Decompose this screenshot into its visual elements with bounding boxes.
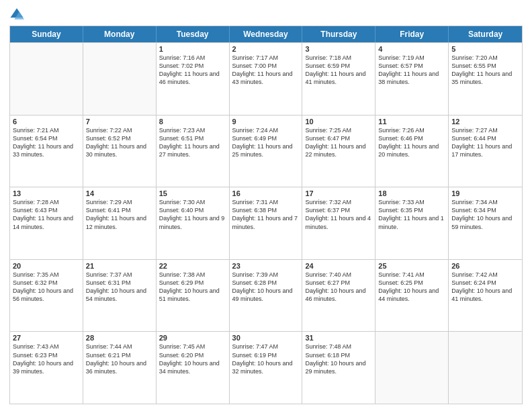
day-number: 18: [378, 189, 445, 197]
calendar-cell: 15Sunrise: 7:30 AMSunset: 6:40 PMDayligh…: [157, 187, 230, 259]
day-number: 17: [305, 189, 372, 197]
calendar-header-cell: Sunday: [10, 26, 83, 42]
day-info: Sunrise: 7:27 AMSunset: 6:44 PMDaylight:…: [451, 126, 519, 159]
calendar-cell: 29Sunrise: 7:45 AMSunset: 6:20 PMDayligh…: [157, 332, 230, 404]
calendar-week-row: 20Sunrise: 7:35 AMSunset: 6:32 PMDayligh…: [10, 259, 522, 332]
day-info: Sunrise: 7:38 AMSunset: 6:29 PMDaylight:…: [159, 271, 226, 304]
calendar-cell: 9Sunrise: 7:24 AMSunset: 6:49 PMDaylight…: [230, 116, 303, 187]
day-number: 22: [159, 262, 226, 270]
day-number: 13: [13, 189, 80, 197]
day-number: 30: [232, 334, 300, 342]
calendar-cell: [83, 43, 157, 115]
calendar-header-row: SundayMondayTuesdayWednesdayThursdayFrid…: [10, 26, 522, 42]
calendar-week-row: 1Sunrise: 7:16 AMSunset: 7:02 PMDaylight…: [10, 42, 522, 115]
day-number: 28: [86, 334, 153, 342]
calendar-cell: [449, 332, 522, 404]
calendar-header-cell: Monday: [83, 26, 157, 42]
calendar-header-cell: Friday: [375, 26, 449, 42]
day-number: 25: [378, 262, 445, 270]
page: SundayMondayTuesdayWednesdayThursdayFrid…: [0, 0, 532, 411]
day-number: 26: [451, 262, 519, 270]
day-number: 8: [159, 118, 226, 126]
day-number: 16: [232, 189, 300, 197]
calendar-cell: 14Sunrise: 7:29 AMSunset: 6:41 PMDayligh…: [83, 187, 157, 259]
day-info: Sunrise: 7:34 AMSunset: 6:34 PMDaylight:…: [451, 198, 519, 231]
calendar-header-cell: Tuesday: [157, 26, 230, 42]
calendar-cell: [375, 332, 449, 404]
calendar-cell: 20Sunrise: 7:35 AMSunset: 6:32 PMDayligh…: [10, 260, 83, 332]
logo: [9, 7, 26, 21]
day-info: Sunrise: 7:16 AMSunset: 7:02 PMDaylight:…: [159, 54, 226, 87]
day-info: Sunrise: 7:48 AMSunset: 6:18 PMDaylight:…: [305, 342, 372, 375]
day-number: 4: [378, 45, 445, 53]
calendar-cell: 16Sunrise: 7:31 AMSunset: 6:38 PMDayligh…: [230, 187, 303, 259]
day-info: Sunrise: 7:26 AMSunset: 6:46 PMDaylight:…: [378, 126, 445, 159]
calendar-cell: 21Sunrise: 7:37 AMSunset: 6:31 PMDayligh…: [83, 260, 157, 332]
calendar-header-cell: Wednesday: [230, 26, 303, 42]
calendar-cell: 19Sunrise: 7:34 AMSunset: 6:34 PMDayligh…: [449, 187, 522, 259]
calendar-cell: 28Sunrise: 7:44 AMSunset: 6:21 PMDayligh…: [83, 332, 157, 404]
calendar-cell: 7Sunrise: 7:22 AMSunset: 6:52 PMDaylight…: [83, 116, 157, 187]
calendar-cell: 25Sunrise: 7:41 AMSunset: 6:25 PMDayligh…: [375, 260, 449, 332]
day-number: 14: [86, 189, 153, 197]
calendar-cell: 22Sunrise: 7:38 AMSunset: 6:29 PMDayligh…: [157, 260, 230, 332]
calendar-cell: 4Sunrise: 7:19 AMSunset: 6:57 PMDaylight…: [375, 43, 449, 115]
day-info: Sunrise: 7:37 AMSunset: 6:31 PMDaylight:…: [86, 271, 153, 304]
calendar-cell: 18Sunrise: 7:33 AMSunset: 6:35 PMDayligh…: [375, 187, 449, 259]
day-number: 24: [305, 262, 372, 270]
day-info: Sunrise: 7:39 AMSunset: 6:28 PMDaylight:…: [232, 271, 300, 304]
day-number: 3: [305, 45, 372, 53]
day-info: Sunrise: 7:18 AMSunset: 6:59 PMDaylight:…: [305, 54, 372, 87]
day-info: Sunrise: 7:31 AMSunset: 6:38 PMDaylight:…: [232, 198, 300, 231]
day-number: 27: [13, 334, 80, 342]
day-number: 31: [305, 334, 372, 342]
day-number: 2: [232, 45, 300, 53]
calendar-week-row: 6Sunrise: 7:21 AMSunset: 6:54 PMDaylight…: [10, 115, 522, 187]
day-info: Sunrise: 7:47 AMSunset: 6:19 PMDaylight:…: [232, 342, 300, 375]
calendar-cell: 11Sunrise: 7:26 AMSunset: 6:46 PMDayligh…: [375, 116, 449, 187]
day-info: Sunrise: 7:45 AMSunset: 6:20 PMDaylight:…: [159, 342, 226, 375]
calendar-header-cell: Thursday: [302, 26, 375, 42]
day-info: Sunrise: 7:40 AMSunset: 6:27 PMDaylight:…: [305, 271, 372, 304]
calendar-cell: 2Sunrise: 7:17 AMSunset: 7:00 PMDaylight…: [230, 43, 303, 115]
calendar-cell: 6Sunrise: 7:21 AMSunset: 6:54 PMDaylight…: [10, 116, 83, 187]
calendar-header-cell: Saturday: [449, 26, 522, 42]
day-info: Sunrise: 7:23 AMSunset: 6:51 PMDaylight:…: [159, 126, 226, 159]
calendar-cell: 13Sunrise: 7:28 AMSunset: 6:43 PMDayligh…: [10, 187, 83, 259]
day-info: Sunrise: 7:35 AMSunset: 6:32 PMDaylight:…: [13, 271, 80, 304]
day-number: 20: [13, 262, 80, 270]
day-info: Sunrise: 7:32 AMSunset: 6:37 PMDaylight:…: [305, 198, 372, 231]
calendar-cell: [10, 43, 83, 115]
day-number: 23: [232, 262, 300, 270]
day-number: 9: [232, 118, 300, 126]
day-number: 11: [378, 118, 445, 126]
day-info: Sunrise: 7:19 AMSunset: 6:57 PMDaylight:…: [378, 54, 445, 87]
calendar-cell: 17Sunrise: 7:32 AMSunset: 6:37 PMDayligh…: [302, 187, 375, 259]
calendar-week-row: 27Sunrise: 7:43 AMSunset: 6:23 PMDayligh…: [10, 331, 522, 404]
day-info: Sunrise: 7:22 AMSunset: 6:52 PMDaylight:…: [86, 126, 153, 159]
day-info: Sunrise: 7:44 AMSunset: 6:21 PMDaylight:…: [86, 342, 153, 375]
calendar-cell: 23Sunrise: 7:39 AMSunset: 6:28 PMDayligh…: [230, 260, 303, 332]
day-number: 21: [86, 262, 153, 270]
calendar-cell: 8Sunrise: 7:23 AMSunset: 6:51 PMDaylight…: [157, 116, 230, 187]
day-number: 7: [86, 118, 153, 126]
day-info: Sunrise: 7:28 AMSunset: 6:43 PMDaylight:…: [13, 198, 80, 231]
calendar-cell: 30Sunrise: 7:47 AMSunset: 6:19 PMDayligh…: [230, 332, 303, 404]
day-number: 19: [451, 189, 519, 197]
day-info: Sunrise: 7:17 AMSunset: 7:00 PMDaylight:…: [232, 54, 300, 87]
day-number: 12: [451, 118, 519, 126]
calendar-cell: 1Sunrise: 7:16 AMSunset: 7:02 PMDaylight…: [157, 43, 230, 115]
calendar-cell: 24Sunrise: 7:40 AMSunset: 6:27 PMDayligh…: [302, 260, 375, 332]
calendar-cell: 5Sunrise: 7:20 AMSunset: 6:55 PMDaylight…: [449, 43, 522, 115]
day-info: Sunrise: 7:20 AMSunset: 6:55 PMDaylight:…: [451, 54, 519, 87]
day-number: 10: [305, 118, 372, 126]
day-info: Sunrise: 7:29 AMSunset: 6:41 PMDaylight:…: [86, 198, 153, 231]
day-number: 1: [159, 45, 226, 53]
day-info: Sunrise: 7:21 AMSunset: 6:54 PMDaylight:…: [13, 126, 80, 159]
calendar-cell: 27Sunrise: 7:43 AMSunset: 6:23 PMDayligh…: [10, 332, 83, 404]
day-info: Sunrise: 7:43 AMSunset: 6:23 PMDaylight:…: [13, 342, 80, 375]
logo-icon: [9, 7, 24, 21]
calendar-cell: 10Sunrise: 7:25 AMSunset: 6:47 PMDayligh…: [302, 116, 375, 187]
calendar-cell: 3Sunrise: 7:18 AMSunset: 6:59 PMDaylight…: [302, 43, 375, 115]
day-number: 29: [159, 334, 226, 342]
